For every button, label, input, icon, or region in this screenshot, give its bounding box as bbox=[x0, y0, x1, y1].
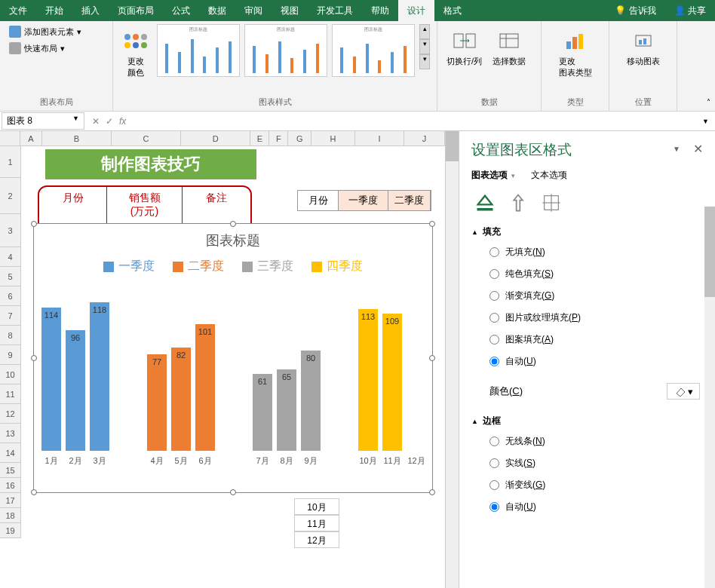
chart-style-3[interactable]: 图表标题 bbox=[332, 24, 415, 77]
row-header[interactable]: 11 bbox=[0, 384, 21, 404]
chart-style-1[interactable]: 图表标题 bbox=[157, 24, 240, 77]
col-header[interactable]: I bbox=[355, 131, 404, 145]
row-header[interactable]: 10 bbox=[0, 365, 21, 384]
col-header[interactable]: G bbox=[288, 131, 311, 145]
col-header[interactable]: A bbox=[20, 131, 42, 145]
row-header[interactable]: 12 bbox=[0, 404, 21, 424]
row-header[interactable]: 4 bbox=[0, 247, 21, 267]
pane-options-dropdown[interactable]: ▼ bbox=[673, 145, 680, 153]
bar[interactable]: 114 bbox=[41, 308, 61, 451]
col-header[interactable]: C bbox=[112, 131, 181, 145]
bar[interactable]: 82 bbox=[171, 348, 191, 451]
formula-expand-button[interactable]: ▼ bbox=[696, 118, 715, 125]
change-colors-button[interactable]: 更改 颜色 bbox=[119, 24, 152, 81]
col-header[interactable]: H bbox=[311, 131, 355, 145]
chart-title[interactable]: 图表标题 bbox=[34, 224, 432, 254]
worksheet[interactable]: A B C D E F G H I J 12345678910111213141… bbox=[0, 131, 445, 588]
share-button[interactable]: 👤 共享 bbox=[665, 0, 715, 21]
row-header[interactable]: 13 bbox=[0, 424, 21, 443]
menu-developer[interactable]: 开发工具 bbox=[308, 0, 362, 21]
bar[interactable]: 65 bbox=[277, 369, 296, 451]
border-none-radio[interactable]: 无线条(N) bbox=[489, 435, 703, 448]
switch-rowcol-button[interactable]: 切换行/列 bbox=[443, 24, 485, 70]
border-gradient-radio[interactable]: 渐变线(G) bbox=[489, 479, 703, 492]
chart-object[interactable]: 图表标题 一季度 二季度 三季度 四季度 1149611877821016165… bbox=[33, 223, 433, 493]
tell-me[interactable]: 💡 告诉我 bbox=[606, 0, 664, 21]
row-header[interactable]: 18 bbox=[0, 508, 21, 523]
menu-design[interactable]: 设计 bbox=[398, 0, 434, 21]
col-header[interactable]: B bbox=[42, 131, 112, 145]
row-header[interactable]: 7 bbox=[0, 306, 21, 326]
col-header[interactable]: D bbox=[181, 131, 250, 145]
menu-view[interactable]: 视图 bbox=[272, 0, 308, 21]
fill-gradient-radio[interactable]: 渐变填充(G) bbox=[489, 289, 703, 302]
style-scroll-up[interactable]: ▴ bbox=[419, 24, 430, 39]
add-chart-element-button[interactable]: 添加图表元素 ▾ bbox=[6, 24, 84, 39]
row-header[interactable]: 15 bbox=[0, 463, 21, 478]
menu-file[interactable]: 文件 bbox=[0, 0, 36, 21]
change-chart-type-button[interactable]: 更改 图表类型 bbox=[556, 24, 595, 81]
bar[interactable]: 80 bbox=[301, 351, 321, 451]
move-chart-button[interactable]: 移动图表 bbox=[624, 24, 663, 70]
quick-layout-button[interactable]: 快速布局 ▾ bbox=[6, 41, 68, 56]
row-header[interactable]: 5 bbox=[0, 267, 21, 286]
bar[interactable]: 77 bbox=[147, 354, 167, 451]
style-scroll-down[interactable]: ▾ bbox=[419, 39, 430, 54]
chevron-down-icon[interactable]: ▼ bbox=[72, 115, 79, 127]
row-header[interactable]: 14 bbox=[0, 443, 21, 463]
row-header[interactable]: 17 bbox=[0, 493, 21, 508]
fill-line-icon[interactable] bbox=[474, 192, 496, 213]
fill-auto-radio[interactable]: 自动(U) bbox=[489, 355, 703, 368]
cancel-formula-button[interactable]: ✕ bbox=[92, 116, 100, 127]
row-header[interactable]: 9 bbox=[0, 345, 21, 365]
bar[interactable]: 96 bbox=[66, 330, 85, 451]
fill-color-picker[interactable]: ▾ bbox=[667, 383, 700, 400]
bar[interactable]: 118 bbox=[90, 302, 109, 451]
row-header[interactable]: 3 bbox=[0, 214, 21, 247]
menu-pagelayout[interactable]: 页面布局 bbox=[109, 0, 163, 21]
bar[interactable]: 109 bbox=[382, 314, 402, 451]
row-header[interactable]: 6 bbox=[0, 286, 21, 306]
select-data-button[interactable]: 选择数据 bbox=[489, 24, 529, 70]
fill-none-radio[interactable]: 无填充(N) bbox=[489, 246, 703, 259]
style-gallery-expand[interactable]: ▾ bbox=[419, 54, 430, 69]
menu-home[interactable]: 开始 bbox=[36, 0, 72, 21]
chart-legend[interactable]: 一季度 二季度 三季度 四季度 bbox=[34, 254, 432, 285]
col-header[interactable]: J bbox=[404, 131, 445, 145]
chart-style-2[interactable]: 图表标题 bbox=[244, 24, 327, 77]
size-properties-icon[interactable] bbox=[541, 192, 562, 213]
row-header[interactable]: 1 bbox=[0, 146, 21, 178]
pane-scrollbar[interactable] bbox=[704, 207, 715, 588]
fill-picture-radio[interactable]: 图片或纹理填充(P) bbox=[489, 311, 703, 324]
fill-pattern-radio[interactable]: 图案填充(A) bbox=[489, 333, 703, 346]
border-auto-radio[interactable]: 自动(U) bbox=[489, 501, 703, 513]
border-section-header[interactable]: ▲边框 bbox=[471, 415, 703, 427]
row-header[interactable]: 19 bbox=[0, 523, 21, 538]
chart-options-tab[interactable]: 图表选项 ▼ bbox=[471, 169, 516, 182]
row-header[interactable]: 2 bbox=[0, 178, 21, 214]
menu-help[interactable]: 帮助 bbox=[362, 0, 398, 21]
menu-format[interactable]: 格式 bbox=[434, 0, 471, 21]
col-header[interactable]: F bbox=[269, 131, 288, 145]
text-options-tab[interactable]: 文本选项 bbox=[531, 169, 567, 182]
row-header[interactable]: 8 bbox=[0, 326, 21, 345]
bar[interactable]: 113 bbox=[358, 309, 378, 451]
row-header[interactable]: 16 bbox=[0, 478, 21, 493]
menu-formulas[interactable]: 公式 bbox=[163, 0, 199, 21]
bar[interactable]: 61 bbox=[253, 374, 272, 451]
menu-review[interactable]: 审阅 bbox=[235, 0, 272, 21]
bar[interactable]: 101 bbox=[195, 324, 215, 451]
fill-section-header[interactable]: ▲填充 bbox=[471, 225, 703, 238]
border-solid-radio[interactable]: 实线(S) bbox=[489, 457, 703, 470]
ribbon-collapse-button[interactable]: ˄ bbox=[707, 98, 710, 106]
name-box[interactable]: 图表 8▼ bbox=[2, 112, 84, 130]
effects-icon[interactable] bbox=[508, 192, 529, 213]
col-header[interactable]: E bbox=[250, 131, 269, 145]
chart-plot-area[interactable]: 114961187782101616580113109 bbox=[34, 285, 432, 451]
fill-solid-radio[interactable]: 纯色填充(S) bbox=[489, 268, 703, 280]
sheet-vertical-scrollbar[interactable] bbox=[445, 131, 459, 588]
pane-close-button[interactable]: ✕ bbox=[693, 142, 703, 156]
fx-button[interactable]: fx bbox=[119, 116, 126, 127]
menu-insert[interactable]: 插入 bbox=[72, 0, 109, 21]
menu-data[interactable]: 数据 bbox=[199, 0, 235, 21]
